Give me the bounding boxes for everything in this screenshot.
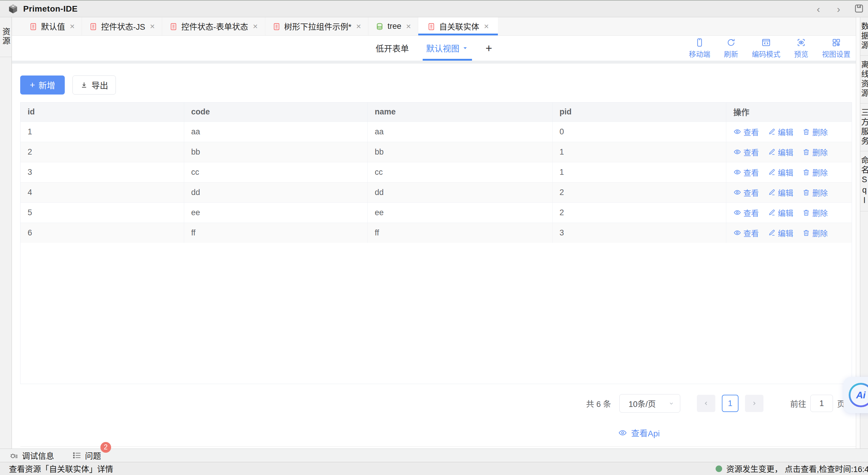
edit-row-link[interactable]: 编辑 [768,228,794,238]
table-header-row: id code name pid 操作 [21,102,852,122]
tab-label: tree [388,22,401,31]
edit-row-link[interactable]: 编辑 [768,147,794,157]
close-icon[interactable]: × [70,22,74,31]
sidebar-item-resources[interactable]: 资源 [0,17,11,57]
debug-info-button[interactable]: 调试信息 [9,450,54,461]
cell-name: bb [368,142,552,162]
tab-control-state-form[interactable]: 控件状态-表单状态 × [162,17,265,35]
tab-control-state-js[interactable]: 控件状态-JS × [82,17,162,35]
prev-page-button[interactable] [697,395,715,412]
view-api-link[interactable]: 查看Api [618,427,660,439]
save-icon[interactable] [854,3,864,14]
form-icon [89,22,97,31]
right-rail-item[interactable]: 三方服务 [860,103,868,151]
edit-row-link[interactable]: 编辑 [768,126,794,137]
form-icon [272,22,281,31]
tab-default-view[interactable]: 默认视图 [426,36,468,61]
chevron-right-icon [751,400,757,407]
eye-icon [734,188,741,196]
view-row-link[interactable]: 查看 [734,187,759,198]
view-settings-label: 视图设置 [822,49,850,59]
goto-page-input[interactable] [810,395,833,412]
edit-row-link[interactable]: 编辑 [768,167,794,178]
cell-actions: 查看 编辑 删除 [726,202,852,222]
tab-low-code-form[interactable]: 低开表单 [375,42,409,54]
view-row-link[interactable]: 查看 [734,126,759,137]
column-header-pid: pid [552,102,726,122]
debug-info-label: 调试信息 [22,450,54,461]
delete-row-link[interactable]: 删除 [802,126,828,137]
cell-pid: 2 [552,182,726,202]
problems-button[interactable]: 问题 2 [72,450,101,461]
ai-assistant-button[interactable]: Ai [843,377,868,413]
edit-row-link[interactable]: 编辑 [768,207,794,218]
table-row: 3 cc cc 1 查看 编辑 删除 [21,162,852,182]
view-row-link[interactable]: 查看 [734,167,759,178]
delete-row-link[interactable]: 删除 [802,147,828,157]
page-size-select[interactable]: 10条/页 [619,394,680,413]
add-view-button[interactable]: + [486,42,492,55]
delete-row-link[interactable]: 删除 [802,228,828,238]
delete-row-link[interactable]: 删除 [802,207,828,218]
view-settings-button[interactable]: 视图设置 [822,38,850,59]
delete-row-link[interactable]: 删除 [802,167,828,178]
preview-icon [797,38,806,47]
status-right-text: 资源发生变更， 点击查看,检查时间:16:46 [726,463,868,474]
column-header-actions: 操作 [726,102,852,122]
page-number-current[interactable]: 1 [722,395,739,412]
pencil-icon [768,128,776,136]
view-toolbar: 低开表单 默认视图 + 移动端 刷新 [12,36,856,61]
close-icon[interactable]: × [406,22,411,31]
cell-pid: 2 [552,202,726,222]
right-rail-item[interactable]: 数据源 [860,17,868,56]
code-mode-button[interactable]: 编码模式 [752,38,780,59]
export-button-label: 导出 [92,79,108,91]
mobile-button[interactable]: 移动端 [689,38,710,59]
page-size-value: 10条/页 [628,398,665,409]
edit-row-link[interactable]: 编辑 [768,187,794,198]
view-row-link[interactable]: 查看 [734,228,759,238]
cell-actions: 查看 编辑 删除 [726,162,852,182]
next-page-button[interactable] [745,395,764,412]
tab-label: 树形下拉组件示例* [284,21,352,32]
default-view-label: 默认视图 [426,42,459,54]
tab-tree[interactable]: tree × [368,17,418,35]
tab-label: 控件状态-表单状态 [181,21,248,32]
tab-label: 默认值 [41,21,65,32]
tab-default-value[interactable]: 默认值 × [22,17,82,35]
right-rail-item[interactable]: 命名Sql [860,151,868,211]
chevron-down-icon [462,45,468,52]
nav-forward-icon[interactable]: › [834,4,844,14]
tab-tree-dropdown-example[interactable]: 树形下拉组件示例* × [265,17,369,35]
eye-icon [734,209,741,216]
close-icon[interactable]: × [484,22,489,31]
preview-button[interactable]: 预览 [794,38,808,59]
tab-self-related-entity[interactable]: 自关联实体 × [418,17,498,35]
toolbar-content-divider [12,61,856,64]
close-icon[interactable]: × [253,22,257,31]
cell-pid: 3 [552,222,726,243]
delete-row-link[interactable]: 删除 [802,187,828,198]
cell-code: ff [184,222,368,243]
export-button[interactable]: 导出 [72,76,116,94]
primeton-logo-icon [8,4,19,14]
add-button[interactable]: + 新增 [20,76,65,94]
cell-id: 6 [21,222,184,243]
cell-id: 4 [21,182,184,202]
refresh-button[interactable]: 刷新 [724,38,738,59]
trash-icon [802,168,810,176]
view-row-link[interactable]: 查看 [734,147,759,157]
right-rail-item[interactable]: 离线资源 [860,56,868,103]
cell-id: 3 [21,162,184,182]
nav-back-icon[interactable]: ‹ [813,4,824,14]
cell-name: dd [368,182,552,202]
close-icon[interactable]: × [150,22,155,31]
data-table: id code name pid 操作 1 aa aa 0 查看 [20,102,852,384]
close-icon[interactable]: × [356,22,361,31]
cell-id: 5 [21,202,184,222]
resource-change-notice[interactable]: 资源发生变更， 点击查看,检查时间:16:46 [716,462,868,475]
add-button-label: 新增 [39,79,55,91]
cell-code: aa [184,122,368,142]
code-mode-label: 编码模式 [752,49,780,59]
view-row-link[interactable]: 查看 [734,207,759,218]
